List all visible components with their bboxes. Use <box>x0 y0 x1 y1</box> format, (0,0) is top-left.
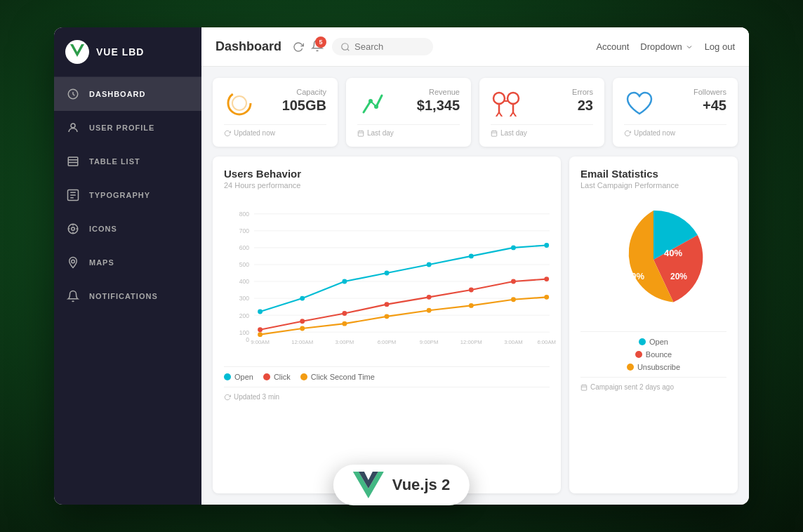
dropdown-link[interactable]: Dropdown <box>640 41 693 52</box>
email-legend-unsubscribe: Unsubscribe <box>627 363 680 371</box>
capacity-info: Capacity 105GB <box>282 88 326 114</box>
topbar: Dashboard 5 <box>201 27 749 67</box>
svg-text:40%: 40% <box>626 271 644 281</box>
followers-icon <box>624 88 655 119</box>
sidebar-item-notifications[interactable]: NOTIFICATIONS <box>54 279 201 313</box>
svg-point-85 <box>300 326 305 331</box>
svg-text:800: 800 <box>239 211 250 218</box>
logo-text: VUE LBD <box>96 46 144 58</box>
svg-text:3:00AM: 3:00AM <box>504 339 523 345</box>
email-statistics-card: Email Statistics Last Campaign Performan… <box>569 157 738 493</box>
svg-point-20 <box>232 96 246 110</box>
svg-point-86 <box>342 321 347 326</box>
capacity-footer: Updated now <box>224 124 326 137</box>
email-stats-chart: 40% 20% 40% <box>590 197 717 323</box>
svg-rect-39 <box>491 131 497 136</box>
followers-info: Followers +45 <box>694 88 726 114</box>
svg-text:500: 500 <box>239 261 250 268</box>
svg-point-79 <box>385 302 390 307</box>
maps-icon <box>65 255 81 270</box>
revenue-footer: Last day <box>357 124 460 137</box>
svg-point-16 <box>72 260 75 263</box>
revenue-icon <box>357 88 388 119</box>
sidebar-item-typography[interactable]: TYPOGRAPHY <box>54 178 201 212</box>
stat-card-capacity: Capacity 105GB Updated now <box>213 78 338 147</box>
svg-point-74 <box>511 245 516 250</box>
search-input[interactable] <box>354 41 425 52</box>
svg-text:40%: 40% <box>664 248 682 258</box>
legend-click: Click <box>263 373 291 381</box>
typography-icon <box>65 187 81 203</box>
errors-icon <box>491 88 522 119</box>
sidebar-item-dashboard[interactable]: DASHBOARD <box>54 77 201 111</box>
svg-line-37 <box>513 112 516 117</box>
svg-point-77 <box>300 319 305 324</box>
sidebar-logo: VUE LBD <box>54 27 201 77</box>
stat-cards: Capacity 105GB Updated now <box>213 78 738 147</box>
svg-point-82 <box>511 279 516 284</box>
legend-open: Open <box>224 373 253 381</box>
dashboard-icon <box>65 86 81 102</box>
refresh-icon-btn[interactable] <box>288 37 308 57</box>
users-behavior-subtitle: 24 Hours performance <box>224 181 550 189</box>
svg-point-84 <box>258 332 263 337</box>
svg-point-81 <box>469 288 474 293</box>
svg-text:6:00PM: 6:00PM <box>378 339 397 345</box>
errors-info: Errors 23 <box>572 88 593 114</box>
sidebar: VUE LBD DASHBOARD <box>54 27 201 505</box>
svg-point-88 <box>427 308 432 313</box>
users-behavior-card: Users Behavior 24 Hours performance <box>213 157 561 493</box>
svg-point-91 <box>544 295 549 300</box>
sidebar-item-icons[interactable]: ICONS <box>54 212 201 246</box>
svg-point-2 <box>71 124 75 128</box>
notification-btn[interactable]: 5 <box>311 39 324 55</box>
stat-card-errors: Errors 23 Last day <box>479 78 604 147</box>
svg-point-71 <box>385 271 390 276</box>
svg-text:3:00PM: 3:00PM <box>336 339 354 345</box>
legend-click-second: Click Second Time <box>300 373 375 381</box>
svg-text:6:00AM: 6:00AM <box>537 339 556 345</box>
email-stats-title: Email Statistics <box>580 168 726 180</box>
sidebar-item-table-list[interactable]: TABLE LIST <box>54 145 201 178</box>
email-legend-open: Open <box>639 338 668 346</box>
svg-text:200: 200 <box>239 312 250 319</box>
svg-point-17 <box>342 43 348 49</box>
svg-marker-0 <box>70 44 84 57</box>
dashboard-body: Capacity 105GB Updated now <box>201 67 749 505</box>
topbar-right: Account Dropdown Log out <box>596 41 735 52</box>
svg-point-72 <box>427 262 432 267</box>
svg-line-35 <box>499 112 502 117</box>
email-stats-legend: Open Bounce Unsubscribe <box>580 331 726 371</box>
search-box[interactable] <box>332 38 433 55</box>
logo-circle <box>65 40 89 64</box>
sidebar-item-maps[interactable]: MAPS <box>54 246 201 279</box>
svg-point-90 <box>511 297 516 302</box>
svg-point-30 <box>493 93 505 104</box>
users-behavior-title: Users Behavior <box>224 168 550 180</box>
charts-row: Users Behavior 24 Hours performance <box>213 157 738 493</box>
notifications-icon <box>65 288 81 304</box>
capacity-icon <box>224 88 255 119</box>
svg-point-87 <box>385 314 390 319</box>
person-icon <box>65 120 81 135</box>
svg-text:9:00PM: 9:00PM <box>420 339 439 345</box>
svg-point-75 <box>544 243 549 248</box>
icons-icon <box>65 221 81 237</box>
svg-text:100: 100 <box>239 329 250 336</box>
svg-point-70 <box>342 279 347 284</box>
vue-logo <box>353 472 384 498</box>
vue-badge: Vue.js 2 <box>333 465 470 505</box>
svg-point-19 <box>228 92 251 114</box>
sidebar-item-user-profile[interactable]: USER PROFILE <box>54 111 201 145</box>
svg-rect-95 <box>581 385 587 390</box>
table-icon <box>65 154 81 169</box>
notification-badge: 5 <box>315 36 326 48</box>
email-stats-subtitle: Last Campaign Performance <box>580 181 726 189</box>
sidebar-nav: DASHBOARD USER PROFILE <box>54 77 201 313</box>
svg-point-69 <box>300 296 305 301</box>
account-link[interactable]: Account <box>596 41 629 52</box>
svg-point-10 <box>72 227 75 231</box>
svg-point-73 <box>469 253 474 258</box>
logout-link[interactable]: Log out <box>705 41 735 52</box>
users-behavior-legend: Open Click Click Second Time <box>224 366 550 381</box>
